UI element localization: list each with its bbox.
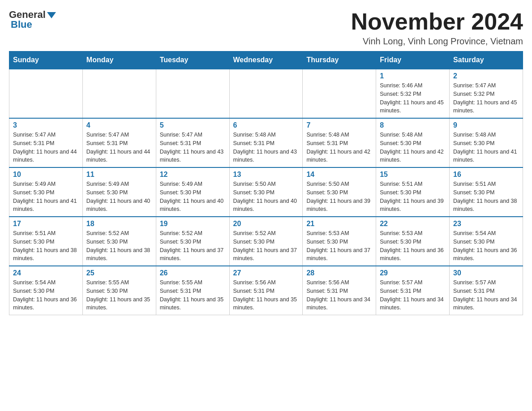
day-info: Sunrise: 5:55 AMSunset: 5:31 PMDaylight:… bbox=[160, 278, 226, 312]
cell-4-1: 17Sunrise: 5:51 AMSunset: 5:30 PMDayligh… bbox=[9, 217, 83, 266]
day-number: 30 bbox=[453, 269, 519, 277]
cell-5-3: 26Sunrise: 5:55 AMSunset: 5:31 PMDayligh… bbox=[156, 266, 229, 315]
header-saturday: Saturday bbox=[450, 51, 523, 69]
header-thursday: Thursday bbox=[303, 51, 376, 69]
day-number: 18 bbox=[86, 220, 152, 228]
title-area: November 2024 Vinh Long, Vinh Long Provi… bbox=[351, 9, 523, 47]
header-monday: Monday bbox=[82, 51, 156, 69]
cell-2-3: 5Sunrise: 5:47 AMSunset: 5:31 PMDaylight… bbox=[156, 118, 229, 167]
day-info: Sunrise: 5:49 AMSunset: 5:30 PMDaylight:… bbox=[86, 180, 152, 214]
header-friday: Friday bbox=[376, 51, 450, 69]
day-number: 22 bbox=[380, 220, 446, 228]
cell-3-4: 13Sunrise: 5:50 AMSunset: 5:30 PMDayligh… bbox=[229, 167, 303, 217]
cell-4-3: 19Sunrise: 5:52 AMSunset: 5:30 PMDayligh… bbox=[156, 217, 229, 266]
cell-2-5: 7Sunrise: 5:48 AMSunset: 5:31 PMDaylight… bbox=[303, 118, 376, 167]
day-number: 15 bbox=[380, 171, 446, 179]
cell-5-4: 27Sunrise: 5:56 AMSunset: 5:31 PMDayligh… bbox=[229, 266, 303, 315]
day-info: Sunrise: 5:55 AMSunset: 5:30 PMDaylight:… bbox=[86, 278, 152, 312]
week-row-5: 24Sunrise: 5:54 AMSunset: 5:30 PMDayligh… bbox=[9, 266, 523, 315]
cell-1-3 bbox=[156, 69, 229, 118]
cell-1-7: 2Sunrise: 5:47 AMSunset: 5:32 PMDaylight… bbox=[450, 69, 523, 118]
logo: General Blue bbox=[9, 9, 56, 30]
day-info: Sunrise: 5:57 AMSunset: 5:31 PMDaylight:… bbox=[453, 278, 519, 312]
cell-2-2: 4Sunrise: 5:47 AMSunset: 5:31 PMDaylight… bbox=[82, 118, 156, 167]
day-info: Sunrise: 5:50 AMSunset: 5:30 PMDaylight:… bbox=[306, 180, 372, 214]
day-info: Sunrise: 5:54 AMSunset: 5:30 PMDaylight:… bbox=[453, 229, 519, 263]
logo-blue-text: Blue bbox=[11, 19, 32, 30]
day-info: Sunrise: 5:46 AMSunset: 5:32 PMDaylight:… bbox=[380, 81, 446, 115]
day-info: Sunrise: 5:47 AMSunset: 5:32 PMDaylight:… bbox=[453, 81, 519, 115]
day-info: Sunrise: 5:51 AMSunset: 5:30 PMDaylight:… bbox=[453, 180, 519, 214]
page-subtitle: Vinh Long, Vinh Long Province, Vietnam bbox=[351, 36, 523, 47]
cell-3-1: 10Sunrise: 5:49 AMSunset: 5:30 PMDayligh… bbox=[9, 167, 83, 217]
day-number: 9 bbox=[453, 121, 519, 129]
cell-3-6: 15Sunrise: 5:51 AMSunset: 5:30 PMDayligh… bbox=[376, 167, 450, 217]
week-row-4: 17Sunrise: 5:51 AMSunset: 5:30 PMDayligh… bbox=[9, 217, 523, 266]
day-info: Sunrise: 5:49 AMSunset: 5:30 PMDaylight:… bbox=[160, 180, 226, 214]
cell-4-6: 22Sunrise: 5:53 AMSunset: 5:30 PMDayligh… bbox=[376, 217, 450, 266]
day-number: 19 bbox=[160, 220, 226, 228]
day-info: Sunrise: 5:47 AMSunset: 5:31 PMDaylight:… bbox=[160, 131, 226, 164]
day-info: Sunrise: 5:56 AMSunset: 5:31 PMDaylight:… bbox=[306, 278, 372, 312]
cell-1-1 bbox=[9, 69, 83, 118]
cell-4-7: 23Sunrise: 5:54 AMSunset: 5:30 PMDayligh… bbox=[450, 217, 523, 266]
day-number: 6 bbox=[233, 121, 299, 129]
day-number: 5 bbox=[160, 121, 226, 129]
cell-5-6: 29Sunrise: 5:57 AMSunset: 5:31 PMDayligh… bbox=[376, 266, 450, 315]
day-info: Sunrise: 5:50 AMSunset: 5:30 PMDaylight:… bbox=[233, 180, 299, 214]
day-info: Sunrise: 5:52 AMSunset: 5:30 PMDaylight:… bbox=[160, 229, 226, 263]
day-info: Sunrise: 5:48 AMSunset: 5:30 PMDaylight:… bbox=[380, 131, 446, 164]
day-number: 13 bbox=[233, 171, 299, 179]
day-info: Sunrise: 5:52 AMSunset: 5:30 PMDaylight:… bbox=[233, 229, 299, 263]
day-number: 17 bbox=[13, 220, 79, 228]
day-number: 26 bbox=[160, 269, 226, 277]
day-info: Sunrise: 5:48 AMSunset: 5:31 PMDaylight:… bbox=[233, 131, 299, 164]
day-number: 21 bbox=[306, 220, 372, 228]
day-number: 16 bbox=[453, 171, 519, 179]
cell-3-3: 12Sunrise: 5:49 AMSunset: 5:30 PMDayligh… bbox=[156, 167, 229, 217]
day-info: Sunrise: 5:48 AMSunset: 5:31 PMDaylight:… bbox=[306, 131, 372, 164]
day-info: Sunrise: 5:54 AMSunset: 5:30 PMDaylight:… bbox=[13, 278, 79, 312]
cell-5-1: 24Sunrise: 5:54 AMSunset: 5:30 PMDayligh… bbox=[9, 266, 83, 315]
day-number: 25 bbox=[86, 269, 152, 277]
day-info: Sunrise: 5:53 AMSunset: 5:30 PMDaylight:… bbox=[380, 229, 446, 263]
cell-1-5 bbox=[303, 69, 376, 118]
day-number: 10 bbox=[13, 171, 79, 179]
week-row-2: 3Sunrise: 5:47 AMSunset: 5:31 PMDaylight… bbox=[9, 118, 523, 167]
day-info: Sunrise: 5:52 AMSunset: 5:30 PMDaylight:… bbox=[86, 229, 152, 263]
cell-3-2: 11Sunrise: 5:49 AMSunset: 5:30 PMDayligh… bbox=[82, 167, 156, 217]
cell-4-5: 21Sunrise: 5:53 AMSunset: 5:30 PMDayligh… bbox=[303, 217, 376, 266]
cell-5-5: 28Sunrise: 5:56 AMSunset: 5:31 PMDayligh… bbox=[303, 266, 376, 315]
day-number: 8 bbox=[380, 121, 446, 129]
cell-3-5: 14Sunrise: 5:50 AMSunset: 5:30 PMDayligh… bbox=[303, 167, 376, 217]
day-number: 4 bbox=[86, 121, 152, 129]
day-number: 29 bbox=[380, 269, 446, 277]
day-number: 20 bbox=[233, 220, 299, 228]
cell-2-4: 6Sunrise: 5:48 AMSunset: 5:31 PMDaylight… bbox=[229, 118, 303, 167]
header-sunday: Sunday bbox=[9, 51, 83, 69]
day-info: Sunrise: 5:47 AMSunset: 5:31 PMDaylight:… bbox=[86, 131, 152, 164]
day-number: 27 bbox=[233, 269, 299, 277]
cell-1-4 bbox=[229, 69, 303, 118]
day-number: 24 bbox=[13, 269, 79, 277]
day-info: Sunrise: 5:57 AMSunset: 5:31 PMDaylight:… bbox=[380, 278, 446, 312]
logo-arrow-icon bbox=[47, 12, 56, 18]
day-info: Sunrise: 5:56 AMSunset: 5:31 PMDaylight:… bbox=[233, 278, 299, 312]
day-number: 7 bbox=[306, 121, 372, 129]
day-info: Sunrise: 5:48 AMSunset: 5:30 PMDaylight:… bbox=[453, 131, 519, 164]
cell-3-7: 16Sunrise: 5:51 AMSunset: 5:30 PMDayligh… bbox=[450, 167, 523, 217]
day-info: Sunrise: 5:53 AMSunset: 5:30 PMDaylight:… bbox=[306, 229, 372, 263]
page-title: November 2024 bbox=[351, 9, 523, 34]
cell-2-6: 8Sunrise: 5:48 AMSunset: 5:30 PMDaylight… bbox=[376, 118, 450, 167]
cell-1-2 bbox=[82, 69, 156, 118]
day-number: 11 bbox=[86, 171, 152, 179]
day-number: 28 bbox=[306, 269, 372, 277]
cell-2-7: 9Sunrise: 5:48 AMSunset: 5:30 PMDaylight… bbox=[450, 118, 523, 167]
day-number: 23 bbox=[453, 220, 519, 228]
header-row: SundayMondayTuesdayWednesdayThursdayFrid… bbox=[9, 51, 523, 69]
day-number: 3 bbox=[13, 121, 79, 129]
week-row-1: 1Sunrise: 5:46 AMSunset: 5:32 PMDaylight… bbox=[9, 69, 523, 118]
day-number: 2 bbox=[453, 72, 519, 80]
header-wednesday: Wednesday bbox=[229, 51, 303, 69]
day-number: 12 bbox=[160, 171, 226, 179]
